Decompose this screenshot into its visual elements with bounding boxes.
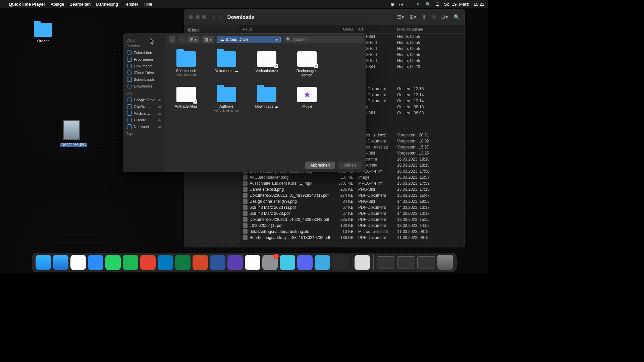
sidebar-item[interactable]: Downloads [126,83,163,89]
dock-app-imovie[interactable] [227,255,243,270]
dock-app-settings[interactable]: 1 [262,255,278,270]
share-icon[interactable]: ⇪ [422,14,426,20]
dialog-icon-area[interactable]: SchreibtischKein Platz mehrDokumente ☁Ve… [165,45,366,158]
table-row[interactable]: 6x6=43 März 2023.pdf67 KBPDF-Dokument14.… [239,210,465,217]
menu-ablage[interactable]: Ablage [51,2,64,7]
table-row[interactable]: detailAntragsnachbearbeitung.xls10 KBMic… [239,229,465,235]
dock-app-zoom[interactable] [88,255,103,270]
col-added[interactable]: Hinzugefügt am [397,27,461,31]
dialog-search[interactable]: 🔍 Suchen [283,36,363,43]
sidebar-item[interactable]: Schreibtisch [126,76,163,83]
dialog-back-button[interactable]: ‹ [169,36,175,43]
sidebar-item[interactable]: Dokumente [126,63,163,69]
window-controls[interactable] [189,15,206,19]
dock-app-discord[interactable] [297,255,313,270]
desktop-image-file[interactable]: DSCF1936.JPG [60,120,83,147]
sidebar-item[interactable]: Zuletzt ben… [126,49,163,56]
sidebar-tags-header: Tags [126,132,163,136]
dock-app-todoist[interactable] [140,255,156,270]
view-list-icon[interactable]: ☰▾ [397,14,404,20]
table-row[interactable]: Dokument-20230313…4620_483928348.pdf235 … [239,217,465,223]
table-row[interactable]: AdGuardInstaller.dmg1,6 MBImage16.03.202… [239,174,465,180]
back-button[interactable]: ‹ [213,14,215,20]
dialog-item[interactable]: SchreibtischKein Platz mehr [173,51,200,77]
col-kind[interactable]: Art [354,27,397,31]
spotlight-icon[interactable]: 🔍 [425,2,431,7]
app-name[interactable]: QuickTime Player [9,2,45,7]
dialog-forward-button[interactable]: › [178,36,185,43]
dialog-item[interactable]: AufträgeAuf Upload warten [213,87,240,112]
icon-view-button[interactable]: ⊞ ▾ [187,36,199,43]
dock-minimized-window[interactable] [397,256,415,268]
group-icon[interactable]: ⊞▾ [410,14,417,20]
sidebar-item[interactable]: Netzwerk⏏ [126,123,163,130]
finder-nav: ‹ › [213,14,221,20]
sidebar-item[interactable]: Google Drive⏏ [126,97,163,103]
search-icon[interactable]: 🔍 [453,14,460,20]
menu-fenster[interactable]: Fenster [123,2,138,7]
open-dialog[interactable]: iCloud Favoriten Zuletzt ben…ProgrammeDo… [123,34,366,172]
control-center-icon[interactable]: ☰ [435,2,439,7]
table-row[interactable]: Design ohne Titel (89).png84 KBPNG-Bild1… [239,198,465,204]
table-row[interactable]: Dokument-20230313…0_483928348 (1).pdf274… [239,192,465,198]
dialog-buttons: Abbrechen Öffnen [165,158,366,172]
sidebar-item[interactable]: ClipGra…⏏ [126,103,163,110]
wifi-icon[interactable]: ᯤ [416,2,421,7]
cursor-icon [150,38,155,44]
table-row[interactable]: Bearbeitungsauftrag_…88_10180240732.pdf1… [239,235,465,241]
dock-app-trello[interactable] [158,255,173,270]
table-row[interactable]: 6x6=43 März 2023 (1).pdf67 KBPDF-Dokumen… [239,204,465,210]
table-row[interactable]: Canva Titelbild.png205 KBPNG-Bild15.03.2… [239,186,465,192]
dock-app-quicktime[interactable] [315,255,330,270]
cancel-button[interactable]: Abbrechen [305,162,335,169]
dock-app-excel[interactable] [175,255,191,270]
sidebar-item[interactable]: AdGuar…⏏ [126,110,163,117]
sidebar-orte-header: Orte [126,92,163,95]
battery-icon[interactable]: ▭ [408,2,412,7]
forward-button[interactable]: › [219,14,221,20]
menu-bearbeiten[interactable]: Bearbeiten [69,2,91,7]
dialog-item[interactable]: ★iMovie [293,87,320,112]
dock-app-safari[interactable] [53,255,68,270]
location-selector[interactable]: ☁ iCloud Drive▾ [217,36,281,43]
dock-app-word[interactable] [210,255,225,270]
dock-minimized-window[interactable] [377,256,395,268]
dock-app-gdrive[interactable] [245,255,260,270]
action-icon[interactable]: ⊙▾ [441,14,448,20]
menu-darstellung[interactable]: Darstellung [96,2,118,7]
dock[interactable]: 1 [32,253,457,272]
table-row[interactable]: L01062022 (1).pdf193 KBPDF-Dokument13.03… [239,223,465,229]
dock-app-chrome[interactable] [70,255,86,270]
dock-app-spotify[interactable] [123,255,138,270]
dock-app-finder[interactable] [36,255,51,270]
open-button[interactable]: Öffnen [338,162,361,169]
dock-minimized-window[interactable] [417,256,435,268]
sidebar-item[interactable]: Programme [126,56,163,63]
dock-app-powerpoint[interactable] [193,255,208,270]
desktop-folder[interactable]: Ordner [34,23,52,43]
tag-icon[interactable]: ◇ [432,14,436,20]
column-headers[interactable]: Heute Größe Art Hinzugefügt am [239,25,465,34]
sidebar-item[interactable]: iCloud Drive [126,69,163,76]
menu-hilfe[interactable]: Hilfe [144,2,152,7]
dialog-item[interactable]: Downloads ☁ [253,87,280,112]
clock-icon[interactable]: ◷ [399,2,403,7]
col-size[interactable]: Größe [330,27,354,31]
dialog-item[interactable]: Rechnungen zahlen [293,51,320,77]
dock-app-whatsapp[interactable] [105,255,121,270]
dialog-item[interactable]: Verkaufstexte [253,51,280,77]
dock-app-app-a[interactable] [280,255,295,270]
dialog-item[interactable]: Dokumente ☁ [213,51,240,77]
desktop-folder-label: Ordner [34,39,52,43]
sidebar-item[interactable]: Discord⏏ [126,117,163,123]
group-view-button[interactable]: ▦ ▾ [202,36,214,43]
dock-launchpad[interactable] [355,255,370,270]
col-name[interactable]: Heute [243,27,330,31]
dock-app-audio[interactable] [332,255,347,270]
screen-record-icon[interactable]: ◉ [391,2,394,7]
dock-trash[interactable] [437,255,453,270]
table-row[interactable]: Ausschnitte aus dem Kurs! (1).mp467,6 MB… [239,180,465,186]
dialog-item[interactable]: Aufträge Alias [173,87,200,112]
menubar-time[interactable]: 10:21 [473,2,484,7]
menubar-date[interactable]: So. 19. März [444,2,469,7]
